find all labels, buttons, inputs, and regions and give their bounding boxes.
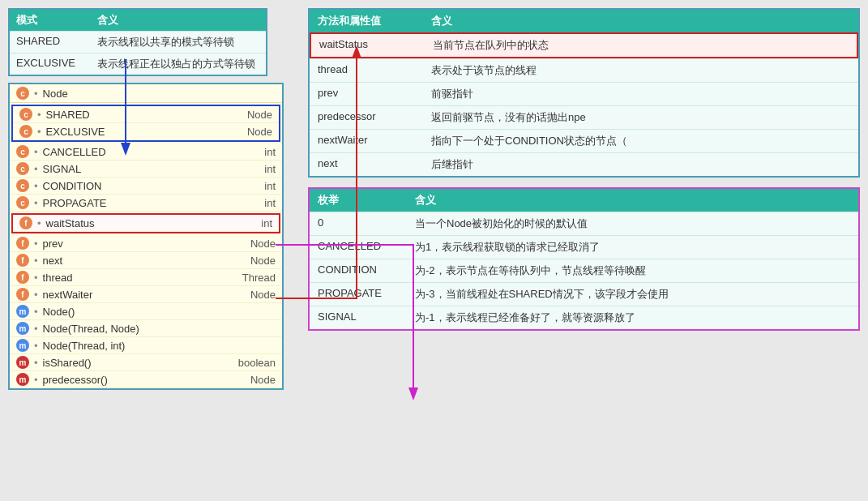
node-item-nextwaiter: f • nextWaiter Node [10, 286, 282, 303]
propagate-type: int [235, 197, 276, 209]
condition-name: CONDITION [40, 180, 235, 192]
enum-cancelled-desc: 为1，表示线程获取锁的请求已经取消了 [415, 240, 850, 255]
constructor2-icon: m [16, 322, 29, 335]
exclusive-icon: c [19, 125, 32, 138]
signal-type: int [235, 163, 276, 175]
node-item-prev: f • prev Node [10, 235, 282, 252]
nextwaiter-type: Node [235, 289, 276, 301]
node-item-waitstatus: f • waitStatus int [13, 215, 279, 232]
constructor2-name: Node(Thread, Node) [40, 323, 235, 335]
method-predecessor-name: predecessor [318, 110, 431, 125]
enum-signal-desc: 为-1，表示线程已经准备好了，就等资源释放了 [415, 310, 850, 325]
method-prev-name: prev [318, 87, 431, 101]
condition-type: int [235, 180, 276, 192]
waitstatus-icon: f [19, 216, 32, 229]
method-predecessor-desc: 返回前驱节点，没有的话抛出npe [431, 110, 850, 125]
enum-col2-header: 含义 [415, 193, 850, 208]
method-row-prev: prev 前驱指针 [310, 82, 858, 105]
signal-icon: c [16, 162, 29, 175]
shared-icon: c [19, 108, 32, 121]
methods-table: 方法和属性值 含义 waitStatus 当前节点在队列中的状态 thread … [308, 8, 860, 178]
enum-header: 枚举 含义 [310, 189, 858, 212]
node-class-box: c • Node c • SHARED Node c • EXCLUSIVE N… [8, 83, 284, 390]
mode-table-header: 模式 含义 [10, 10, 266, 31]
node-item-predecessor: m • predecessor() Node [10, 371, 282, 388]
prev-icon: f [16, 237, 29, 250]
predecessor-icon: m [16, 373, 29, 386]
signal-name: SIGNAL [40, 163, 235, 175]
enum-propagate-name: PROPAGATE [318, 287, 415, 302]
enum-signal-name: SIGNAL [318, 310, 415, 325]
method-next-desc: 后继指针 [431, 157, 850, 172]
node-item-exclusive: c • EXCLUSIVE Node [13, 123, 279, 140]
cancelled-type: int [235, 146, 276, 158]
enum-row-propagate: PROPAGATE 为-3，当前线程处在SHARED情况下，该字段才会使用 [310, 282, 858, 306]
thread-name: thread [40, 272, 235, 284]
method-prev-desc: 前驱指针 [431, 87, 850, 101]
mode-shared-name: SHARED [16, 35, 97, 49]
method-nextwaiter-name: nextWaiter [318, 134, 431, 148]
mode-col1-header: 模式 [16, 13, 97, 28]
shared-name: SHARED [43, 109, 232, 121]
enum-row-0: 0 当一个Node被初始化的时候的默认值 [310, 212, 858, 235]
next-type: Node [235, 255, 276, 267]
enum-col1-header: 枚举 [318, 193, 415, 208]
predecessor-name: predecessor() [40, 374, 235, 386]
wait-status-group: f • waitStatus int [11, 213, 280, 233]
mode-row-exclusive: EXCLUSIVE 表示线程正在以独占的方式等待锁 [10, 53, 266, 75]
constructor3-name: Node(Thread, int) [40, 340, 235, 352]
mode-exclusive-desc: 表示线程正在以独占的方式等待锁 [97, 57, 259, 71]
thread-icon: f [16, 271, 29, 284]
propagate-icon: c [16, 196, 29, 209]
predecessor-type: Node [235, 374, 276, 386]
main-container: 模式 含义 SHARED 表示线程以共享的模式等待锁 EXCLUSIVE 表示线… [0, 0, 868, 501]
enum-0-name: 0 [318, 216, 415, 231]
shared-exclusive-group: c • SHARED Node c • EXCLUSIVE Node [11, 105, 280, 142]
cancelled-name: CANCELLED [40, 146, 235, 158]
enum-0-desc: 当一个Node被初始化的时候的默认值 [415, 216, 850, 231]
isshared-name: isShared() [40, 357, 235, 369]
waitstatus-type: int [232, 217, 272, 229]
node-item-isshared: m • isShared() boolean [10, 354, 282, 371]
right-panel: 方法和属性值 含义 waitStatus 当前节点在队列中的状态 thread … [308, 8, 860, 493]
waitstatus-name: waitStatus [43, 217, 232, 229]
enum-propagate-desc: 为-3，当前线程处在SHARED情况下，该字段才会使用 [415, 287, 850, 302]
node-item-propagate: c • PROPAGATE int [10, 195, 282, 212]
node-class-name: Node [40, 88, 276, 100]
isshared-type: boolean [235, 357, 276, 369]
node-item-condition: c • CONDITION int [10, 178, 282, 195]
node-item-shared: c • SHARED Node [13, 106, 279, 123]
enum-table: 枚举 含义 0 当一个Node被初始化的时候的默认值 CANCELLED 为1，… [308, 187, 860, 331]
isshared-icon: m [16, 356, 29, 369]
method-row-next: next 后继指针 [310, 152, 858, 176]
enum-cancelled-name: CANCELLED [318, 240, 415, 255]
enum-row-signal: SIGNAL 为-1，表示线程已经准备好了，就等资源释放了 [310, 306, 858, 329]
enum-row-condition: CONDITION 为-2，表示节点在等待队列中，节点线程等待唤醒 [310, 259, 858, 282]
node-item-constructor2: m • Node(Thread, Node) [10, 320, 282, 337]
enum-condition-name: CONDITION [318, 263, 415, 278]
condition-icon: c [16, 179, 29, 192]
left-panel: 模式 含义 SHARED 表示线程以共享的模式等待锁 EXCLUSIVE 表示线… [8, 8, 300, 493]
node-item-constructor3: m • Node(Thread, int) [10, 337, 282, 354]
method-waitstatus-desc: 当前节点在队列中的状态 [433, 38, 849, 53]
method-nextwaiter-desc: 指向下一个处于CONDITION状态的节点（ [431, 134, 850, 148]
mode-shared-desc: 表示线程以共享的模式等待锁 [97, 35, 259, 49]
node-item-constructor1: m • Node() [10, 303, 282, 320]
mode-table: 模式 含义 SHARED 表示线程以共享的模式等待锁 EXCLUSIVE 表示线… [8, 8, 267, 76]
method-row-thread: thread 表示处于该节点的线程 [310, 58, 858, 82]
nextwaiter-icon: f [16, 288, 29, 301]
mode-row-shared: SHARED 表示线程以共享的模式等待锁 [10, 31, 266, 53]
mode-col2-header: 含义 [97, 13, 259, 28]
node-item-cancelled: c • CANCELLED int [10, 143, 282, 161]
constructor1-name: Node() [40, 306, 235, 318]
method-waitstatus-name: waitStatus [319, 38, 433, 53]
thread-type: Thread [235, 272, 276, 284]
method-thread-name: thread [318, 63, 431, 78]
node-item-next: f • next Node [10, 252, 282, 269]
node-item-signal: c • SIGNAL int [10, 161, 282, 178]
methods-header: 方法和属性值 含义 [310, 10, 858, 32]
node-class-icon: c [16, 87, 29, 100]
next-icon: f [16, 254, 29, 267]
method-row-predecessor: predecessor 返回前驱节点，没有的话抛出npe [310, 105, 858, 129]
exclusive-type: Node [232, 126, 272, 138]
